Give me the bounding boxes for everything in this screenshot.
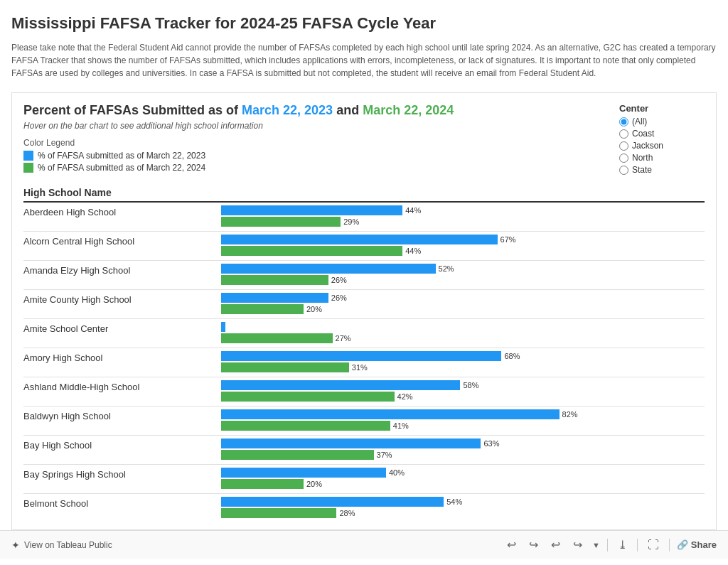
bar-row-2023: 67% <box>221 235 705 244</box>
radio-input-jackson[interactable] <box>619 141 628 151</box>
bar-label-2024: 42% <box>397 392 413 401</box>
bar-label-2023: 44% <box>405 206 421 215</box>
bar-row-2023: 82% <box>221 409 705 419</box>
undo-button[interactable]: ↩ <box>504 537 519 553</box>
bars-cell: 63%37% <box>221 436 705 465</box>
school-name-cell: Amite School Center <box>23 319 221 348</box>
radio-input-north[interactable] <box>619 154 628 163</box>
share-button[interactable]: 🔗 Share <box>677 539 717 550</box>
tableau-link[interactable]: ✦ View on Tableau Public <box>11 539 112 551</box>
redo-button[interactable]: ↪ <box>526 537 541 553</box>
download-button[interactable]: ⤓ <box>615 537 630 553</box>
bars-cell: 26%20% <box>221 290 705 319</box>
toolbar-divider-3 <box>669 539 670 551</box>
share-icon: 🔗 <box>677 539 688 550</box>
bar-row-2024: 37% <box>221 450 705 460</box>
legend-swatch-2024 <box>23 163 33 173</box>
radio-item-jackson[interactable]: Jackson <box>619 141 705 151</box>
bar-row-2024: 26% <box>221 275 705 285</box>
toolbar-divider-2 <box>637 539 638 551</box>
bar-row-2023: 63% <box>221 438 705 448</box>
bar-2023 <box>221 322 225 332</box>
school-name-cell: Amanda Elzy High School <box>23 261 221 290</box>
radio-input-coast[interactable] <box>619 129 628 139</box>
bar-row-2023: 52% <box>221 264 705 274</box>
radio-label: Coast <box>632 129 654 139</box>
bar-2024 <box>221 217 341 227</box>
bar-label-2023: 52% <box>439 264 454 273</box>
chart-title-prefix: Percent of FAFSAs Submitted as of <box>23 103 242 117</box>
bar-row-2024: 27% <box>221 333 705 343</box>
redo2-button[interactable]: ↪ <box>570 537 585 553</box>
legend-label-2023: % of FAFSA submitted as of March 22, 202… <box>38 151 205 161</box>
toolbar-arrow-dropdown[interactable]: ▼ <box>592 541 600 549</box>
bars-cell: 52%26% <box>221 261 705 290</box>
bars-cell: 54%28% <box>221 494 705 523</box>
bar-2023 <box>221 235 498 244</box>
bar-2023 <box>221 497 444 507</box>
bars-cell: 40%20% <box>221 465 705 494</box>
fullscreen-button[interactable]: ⛶ <box>645 537 662 553</box>
bar-2023 <box>221 205 402 215</box>
school-name-cell: Aberdeen High School <box>23 202 221 232</box>
bar-2024 <box>221 450 374 460</box>
bar-row-2023 <box>221 322 705 332</box>
bar-label-2024: 37% <box>377 451 392 459</box>
school-name-cell: Bay High School <box>23 436 221 465</box>
bar-2023 <box>221 409 560 419</box>
bar-row-2023: 44% <box>221 205 705 215</box>
bar-label-2023: 40% <box>389 468 405 477</box>
legend-2024: % of FAFSA submitted as of March 22, 202… <box>23 163 454 173</box>
bar-row-2023: 68% <box>221 351 705 361</box>
chart-table-wrapper: High School Name Aberdeen High School44%… <box>23 184 705 522</box>
bar-row-2024: 29% <box>221 217 705 227</box>
table-row: Amite County High School26%20% <box>23 290 705 319</box>
bar-2024 <box>221 479 304 489</box>
table-header-bars <box>221 184 705 202</box>
bar-label-2023: 68% <box>504 352 520 360</box>
share-label: Share <box>691 539 717 550</box>
table-row: Ashland Middle-High School58%42% <box>23 377 705 407</box>
color-legend-title: Color Legend <box>23 138 454 148</box>
bar-2023 <box>221 438 481 448</box>
bars-cell: 58%42% <box>221 377 705 407</box>
bar-row-2023: 54% <box>221 497 705 507</box>
table-row: Amite School Center27% <box>23 319 705 348</box>
radio-input-all[interactable] <box>619 117 628 127</box>
bars-cell: 67%44% <box>221 232 705 261</box>
radio-label: Jackson <box>632 141 663 151</box>
chart-title: Percent of FAFSAs Submitted as of March … <box>23 103 454 118</box>
radio-item-state[interactable]: State <box>619 165 705 175</box>
bar-2024 <box>221 392 395 402</box>
bar-2023 <box>221 380 460 390</box>
bars-cell: 27% <box>221 319 705 348</box>
legend-swatch-2023 <box>23 151 33 161</box>
bar-label-2023: 82% <box>562 410 578 419</box>
radio-item-coast[interactable]: Coast <box>619 129 705 139</box>
table-row: Bay Springs High School40%20% <box>23 465 705 494</box>
bar-row-2024: 44% <box>221 246 705 256</box>
bar-label-2024: 31% <box>352 363 368 372</box>
school-name-cell: Baldwyn High School <box>23 407 221 436</box>
table-row: Baldwyn High School82%41% <box>23 407 705 436</box>
school-name-cell: Amite County High School <box>23 290 221 319</box>
undo2-button[interactable]: ↩ <box>548 537 563 553</box>
chart-section: Percent of FAFSAs Submitted as of March … <box>11 92 717 530</box>
bar-row-2024: 28% <box>221 508 705 518</box>
bar-2024 <box>221 246 402 256</box>
bar-row-2024: 20% <box>221 304 705 314</box>
radio-item-north[interactable]: North <box>619 153 705 163</box>
school-name-cell: Belmont School <box>23 494 221 523</box>
bar-label-2024: 41% <box>393 421 409 430</box>
legend-label-2024: % of FAFSA submitted as of March 22, 202… <box>38 163 205 173</box>
radio-input-state[interactable] <box>619 166 628 175</box>
school-name-cell: Amory High School <box>23 348 221 377</box>
chart-date-2024: March 22, 2024 <box>363 103 454 117</box>
center-filter: Center (All)CoastJacksonNorthState <box>619 103 705 175</box>
bar-label-2023: 58% <box>463 381 478 389</box>
bar-label-2023: 54% <box>446 497 462 506</box>
radio-item-all[interactable]: (All) <box>619 117 705 127</box>
bar-row-2024: 41% <box>221 421 705 431</box>
bar-label-2024: 20% <box>306 305 322 313</box>
bar-2024 <box>221 333 333 343</box>
